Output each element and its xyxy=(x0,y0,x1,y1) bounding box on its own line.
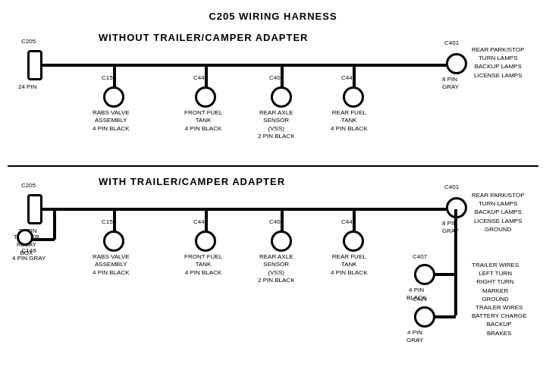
wire-s1-main xyxy=(39,64,464,67)
label-c158-1-sub: RABS VALVEASSEMBLY4 PIN BLACK xyxy=(93,109,130,133)
label-c158-2: C158 xyxy=(102,218,116,226)
label-c440-1-sub: FRONT FUELTANK4 PIN BLACK xyxy=(184,109,222,133)
label-c404-2: C404 xyxy=(269,218,284,226)
label-c149: C1494 PIN GRAY xyxy=(12,247,46,263)
conn-c440-1 xyxy=(195,86,216,108)
wire-c149-drop xyxy=(53,209,56,240)
label-c205-1-sub: 24 PIN xyxy=(18,83,36,91)
label-right-c424: TRAILER WIRESBATTERY CHARGEBACKUPBRAKES xyxy=(472,303,526,337)
diagram: C205 WIRING HARNESS WITHOUT TRAILER/CAMP… xyxy=(0,0,546,379)
label-c440-2: C440 xyxy=(193,218,208,226)
label-c424-sub: 4 PINGRAY xyxy=(406,329,423,345)
conn-c205-2 xyxy=(27,194,42,224)
label-c205-2: C205 xyxy=(21,182,36,190)
label-right-c407: TRAILER WIRESLEFT TURNRIGHT TURNMARKERGR… xyxy=(472,261,519,303)
label-c401-1-sub: 8 PINGRAY xyxy=(442,76,459,92)
conn-c205-1 xyxy=(27,50,42,80)
conn-c407 xyxy=(414,264,435,285)
label-c441-1-sub: REAR FUELTANK4 PIN BLACK xyxy=(331,109,367,133)
conn-c149 xyxy=(17,229,33,246)
label-c404-2-sub: REAR AXLESENSOR(VSS)2 PIN BLACK xyxy=(258,253,294,285)
section2-label: WITH TRAILER/CAMPER ADAPTER xyxy=(99,176,285,187)
conn-c441-1 xyxy=(343,86,364,108)
label-c404-1: C404 xyxy=(269,74,284,82)
label-c404-1-sub: REAR AXLESENSOR(VSS)2 PIN BLACK xyxy=(258,109,294,141)
wire-right-v xyxy=(454,209,457,315)
conn-c441-2 xyxy=(343,230,364,252)
conn-c158-1 xyxy=(103,86,124,108)
label-c158-2-sub: RABS VALVEASSEMBLY4 PIN BLACK xyxy=(93,253,130,277)
wire-s2-main xyxy=(39,208,464,211)
label-c424: C424 xyxy=(413,296,427,303)
conn-c404-2 xyxy=(271,230,292,252)
conn-c404-1 xyxy=(271,86,292,108)
label-c401-2: C401 xyxy=(444,183,459,191)
label-c440-2-sub: FRONT FUELTANK4 PIN BLACK xyxy=(184,253,222,277)
label-c158-1: C158 xyxy=(102,74,116,82)
label-c440-1: C440 xyxy=(193,74,208,82)
label-c441-1: C441 xyxy=(341,74,356,82)
conn-c424 xyxy=(414,306,435,328)
section1-label: WITHOUT TRAILER/CAMPER ADAPTER xyxy=(99,32,309,43)
label-c401-1: C401 xyxy=(444,39,459,47)
label-c441-2: C441 xyxy=(341,218,356,226)
label-c205-1: C205 xyxy=(21,38,36,45)
section-divider xyxy=(8,165,538,167)
label-right-s1: REAR PARK/STOP TURN LAMPS BACKUP LAMPS L… xyxy=(472,45,525,80)
conn-c401-1 xyxy=(446,53,467,74)
label-c407: C407 xyxy=(413,253,427,261)
page-title: C205 WIRING HARNESS xyxy=(0,5,546,22)
label-c441-2-sub: REAR FUELTANK4 PIN BLACK xyxy=(331,253,367,277)
conn-c440-2 xyxy=(195,230,216,252)
conn-c158-2 xyxy=(103,230,124,252)
label-right-s2-top: REAR PARK/STOPTURN LAMPSBACKUP LAMPSLICE… xyxy=(472,191,525,234)
